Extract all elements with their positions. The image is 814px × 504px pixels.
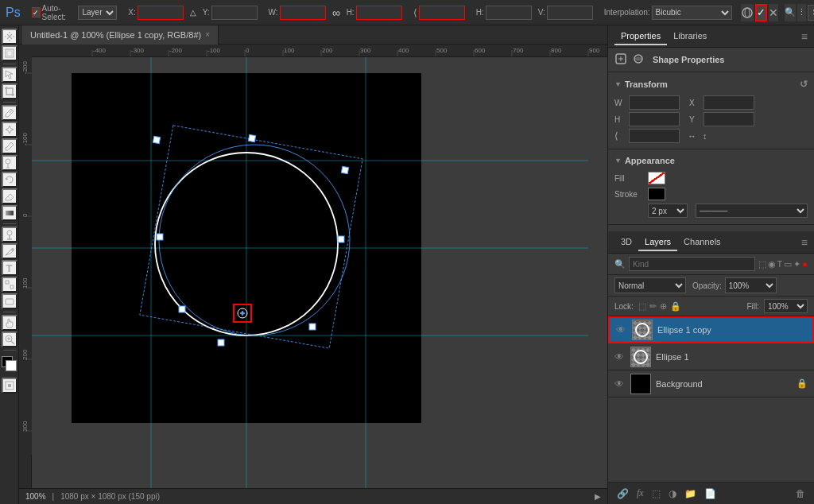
checkbox-auto-select[interactable]	[32, 7, 41, 17]
transform-y-input[interactable]: 43,75 px	[704, 112, 754, 126]
warp-button[interactable]	[741, 4, 754, 21]
interpolation-select[interactable]: Bicubic Bilinear Nearest Neighbor	[652, 6, 732, 20]
transform-w-input[interactable]: 499 px	[629, 95, 680, 110]
layer-row-background[interactable]: 👁 Background 🔒	[608, 370, 814, 397]
tab-close[interactable]: ×	[205, 30, 210, 39]
transform-reset-btn[interactable]: ↺	[800, 79, 808, 90]
layers-search-input[interactable]	[629, 257, 755, 271]
history-tool[interactable]	[2, 172, 17, 188]
path-selection-tool[interactable]	[2, 277, 17, 293]
tab-layers[interactable]: Layers	[638, 234, 677, 251]
menu-button[interactable]: ⋮	[797, 4, 806, 21]
status-arrow[interactable]: ▶	[595, 492, 601, 501]
filter-text-btn[interactable]: T	[777, 259, 783, 269]
handle-bottom-right[interactable]	[309, 324, 316, 330]
h-input[interactable]: 100,00%	[356, 6, 402, 20]
transform-x-input[interactable]: 333,94 px	[704, 95, 754, 110]
layer-visibility-ellipse[interactable]: 👁	[614, 351, 626, 362]
filter-smart-btn[interactable]: ✦	[793, 259, 800, 269]
blend-mode-select[interactable]: Normal Dissolve Multiply Screen Overlay	[614, 277, 686, 293]
brush-tool[interactable]	[2, 138, 17, 154]
layer-visibility-background[interactable]: 👁	[614, 378, 626, 390]
auto-select-checkbox[interactable]: Auto-Select: Layer	[29, 3, 120, 22]
layer-row-ellipse-copy[interactable]: 👁 Ellipse 1 copy	[608, 316, 814, 343]
search-button[interactable]: 🔍	[785, 4, 796, 21]
delete-layer-icon[interactable]: 🗑	[793, 487, 808, 501]
w-input[interactable]: 100,00%	[280, 6, 326, 20]
document-tab[interactable]: Untitled-1 @ 100% (Ellipse 1 copy, RGB/8…	[22, 25, 219, 45]
transform-header[interactable]: ▼ Transform ↺	[614, 76, 808, 93]
zoom-tool[interactable]	[2, 331, 17, 347]
handle-top-left[interactable]	[153, 136, 160, 143]
filter-shape-btn[interactable]: ▭	[784, 259, 792, 269]
y-input[interactable]: 540,00 px	[211, 6, 258, 20]
eraser-tool[interactable]	[2, 188, 17, 204]
handle-bottom-left[interactable]	[179, 306, 185, 312]
dodge-tool[interactable]	[2, 227, 17, 242]
healing-tool[interactable]	[2, 122, 17, 138]
v-input[interactable]: 0,00	[547, 6, 593, 20]
hand-tool[interactable]	[2, 315, 17, 331]
lock-artboard-icon[interactable]: ⊕	[660, 301, 667, 312]
filter-adjust-btn[interactable]: ◉	[768, 259, 776, 269]
adjustment-icon[interactable]: ◑	[666, 487, 679, 501]
handle-right-center[interactable]	[338, 236, 344, 242]
text-tool[interactable]: T	[2, 260, 17, 276]
handle-top-center[interactable]	[248, 134, 255, 142]
layer-row-ellipse[interactable]: 👁 Ellipse 1	[608, 343, 814, 370]
flip-h-icon[interactable]: ↔	[688, 131, 696, 141]
commit-button[interactable]: ✓	[755, 4, 767, 21]
stroke-width-select[interactable]: 2 px 1 px 3 px 4 px	[648, 204, 688, 218]
new-group-icon[interactable]: 📁	[682, 487, 699, 501]
foreground-color[interactable]	[2, 356, 17, 372]
fx-icon[interactable]: fx	[634, 486, 646, 501]
eyedropper-tool[interactable]	[2, 105, 17, 121]
gradient-tool[interactable]	[2, 205, 17, 221]
h2-input[interactable]: 0,00	[486, 6, 532, 20]
ps-icon[interactable]: Ps	[3, 3, 23, 22]
lock-all-icon[interactable]: 🔒	[670, 301, 681, 312]
link-layers-icon[interactable]: 🔗	[614, 487, 631, 501]
pen-tool[interactable]	[2, 243, 17, 259]
auto-select-type[interactable]: Layer	[78, 6, 117, 20]
share-button[interactable]: Share	[808, 5, 814, 21]
stroke-color-swatch[interactable]	[648, 188, 665, 200]
crop-tool[interactable]	[2, 83, 17, 99]
select-tool[interactable]	[2, 67, 17, 83]
filter-toggle-btn[interactable]: ●	[802, 259, 808, 269]
quick-mask-tool[interactable]	[2, 378, 17, 394]
new-layer-icon[interactable]: 📄	[702, 487, 719, 501]
tab-3d[interactable]: 3D	[614, 234, 638, 251]
tab-channels[interactable]: Channels	[677, 234, 727, 251]
stroke-style-select[interactable]: ───── - - - - · · · ·	[696, 204, 808, 218]
stamp-tool[interactable]	[2, 155, 17, 171]
fill-color-swatch[interactable]	[648, 172, 665, 184]
flip-v-icon[interactable]: ↕	[703, 131, 707, 141]
appearance-header[interactable]: ▼ Appearance	[614, 153, 808, 169]
canvas-wrapper[interactable]	[32, 57, 607, 488]
handle-left-center[interactable]	[157, 234, 163, 240]
tab-libraries[interactable]: Libraries	[667, 28, 713, 45]
layer-visibility-ellipse-copy[interactable]: 👁	[616, 324, 627, 335]
shape-tool[interactable]	[2, 293, 17, 309]
transform-h-input[interactable]: 499 px	[629, 112, 680, 126]
artboard-tool[interactable]	[2, 45, 17, 61]
link-icon[interactable]: ∞	[330, 3, 343, 22]
cancel-button[interactable]: ✕	[769, 4, 778, 21]
handle-top-right[interactable]	[341, 166, 348, 173]
x-input[interactable]: 540,00 px	[138, 6, 184, 20]
lock-position-icon[interactable]: ✏	[649, 301, 657, 312]
layers-menu-icon[interactable]: ≡	[801, 236, 808, 249]
panel-menu-icon[interactable]: ≡	[801, 30, 808, 43]
tab-properties[interactable]: Properties	[614, 28, 667, 45]
fill-select[interactable]: 100% 75% 50%	[764, 299, 808, 313]
add-mask-icon[interactable]: ⬚	[649, 487, 663, 501]
move-tool[interactable]	[2, 29, 17, 45]
transform-angle-input[interactable]: 10,00°	[629, 129, 680, 143]
lock-pixels-icon[interactable]: ⬚	[638, 301, 646, 312]
opacity-select[interactable]: 100% 75% 50% 25%	[725, 277, 777, 293]
angle-input[interactable]: 10,00	[419, 6, 465, 20]
filter-pixel-btn[interactable]: ⬚	[758, 259, 766, 269]
status-separator: |	[52, 492, 55, 501]
handle-bottom-center[interactable]	[218, 339, 224, 346]
